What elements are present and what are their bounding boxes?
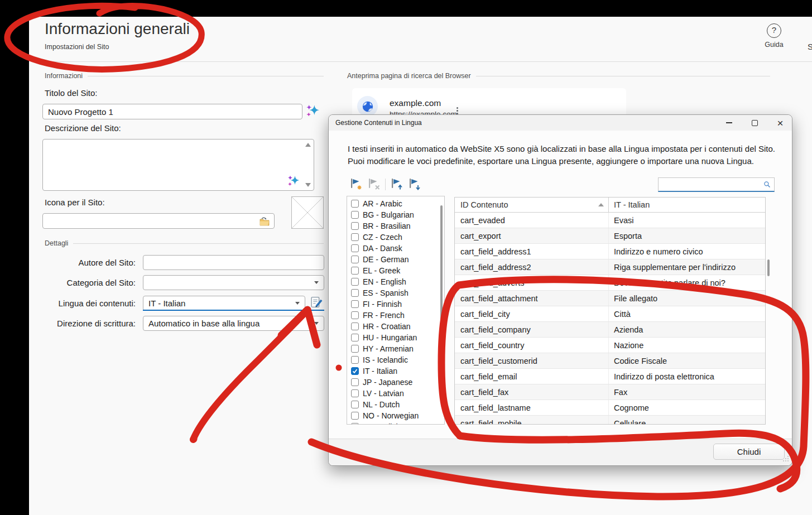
language-list-item[interactable]: HR - Croatian — [347, 321, 444, 332]
language-list-item[interactable]: LV - Latvian — [347, 388, 444, 399]
table-row[interactable]: cart_field_address2 Riga supplementare p… — [455, 259, 765, 275]
scroll-up-icon[interactable] — [305, 143, 311, 147]
translation-cell: Codice Fiscale — [608, 353, 765, 368]
language-list-item[interactable]: BR - Brasilian — [347, 220, 444, 232]
language-list-item[interactable]: FI - Finnish — [347, 299, 444, 310]
site-title-input[interactable] — [42, 104, 302, 119]
language-checkbox[interactable] — [351, 412, 359, 420]
table-row[interactable]: cart_evaded Evasi — [455, 213, 765, 228]
language-list-item[interactable]: NO - Norwegian — [347, 410, 444, 421]
language-list-item[interactable]: IS - Icelandic — [347, 354, 444, 365]
minimize-button[interactable] — [723, 117, 735, 128]
language-list-item[interactable]: FR - French — [347, 310, 444, 321]
table-row[interactable]: cart_field_company Azienda — [455, 322, 765, 338]
group-browser-preview: Anteprima pagina di ricerca del Browser — [347, 72, 770, 80]
language-search-box[interactable] — [658, 177, 775, 192]
language-label: IT - Italian — [363, 367, 397, 376]
dialog-footer: Chiudi — [329, 439, 792, 465]
language-list-item[interactable]: NL - Dutch — [347, 399, 444, 410]
edit-language-content-button[interactable] — [310, 296, 324, 310]
site-category-select[interactable] — [143, 275, 324, 290]
language-checkbox[interactable] — [351, 311, 359, 319]
language-content-dialog: Gestione Contenuti in Lingua I testi ins… — [328, 114, 792, 466]
scroll-down-icon[interactable] — [305, 183, 311, 187]
search-input[interactable] — [659, 178, 763, 191]
language-checkbox[interactable] — [351, 222, 359, 230]
language-label: DA - Dansk — [363, 244, 402, 253]
language-checkbox[interactable] — [351, 267, 359, 275]
language-checkbox[interactable] — [351, 356, 359, 364]
language-checkbox[interactable] — [351, 345, 359, 353]
language-checkbox[interactable] — [351, 367, 359, 375]
language-checkbox[interactable] — [351, 200, 359, 208]
language-checkbox[interactable] — [351, 244, 359, 252]
column-header-id[interactable]: ID Contenuto — [455, 200, 608, 209]
language-checkbox[interactable] — [351, 334, 359, 341]
content-language-select[interactable]: IT - Italian — [143, 296, 305, 311]
table-row[interactable]: cart_field_adverts Dove hai sentito parl… — [455, 275, 765, 291]
language-checkbox[interactable] — [351, 323, 359, 330]
folder-open-icon[interactable] — [259, 216, 270, 227]
language-checkbox[interactable] — [351, 289, 359, 297]
writing-direction-label: Direzione di scrittura: — [29, 319, 136, 328]
language-checkbox[interactable] — [351, 278, 359, 286]
help-button[interactable]: Guida — [756, 23, 792, 51]
list-scrollbar-thumb[interactable] — [440, 205, 443, 339]
language-list-item[interactable]: EL - Greek — [347, 265, 444, 276]
column-header-language[interactable]: IT - Italian — [608, 198, 765, 212]
maximize-button[interactable] — [748, 117, 761, 128]
close-window-button[interactable] — [774, 117, 786, 128]
chevron-down-icon — [295, 302, 300, 305]
content-id-cell: cart_field_fax — [455, 388, 608, 397]
export-language-button[interactable] — [390, 177, 403, 191]
language-list-item[interactable]: JP - Japanese — [347, 377, 444, 388]
language-checkbox[interactable] — [351, 389, 359, 397]
table-row[interactable]: cart_field_lastname Cognome — [455, 400, 765, 416]
language-list-item[interactable]: HY - Armenian — [347, 343, 444, 354]
language-list-item[interactable]: IT - Italian — [347, 365, 444, 377]
chevron-down-icon — [314, 322, 319, 325]
table-header: ID Contenuto IT - Italian — [455, 198, 765, 213]
close-dialog-button[interactable]: Chiudi — [713, 444, 785, 460]
import-language-button[interactable] — [408, 177, 421, 191]
language-checkbox[interactable] — [351, 401, 359, 408]
language-checkbox[interactable] — [351, 256, 359, 263]
table-scrollbar-thumb[interactable] — [767, 259, 770, 276]
language-list-item[interactable]: ES - Spanish — [347, 287, 444, 299]
remove-language-button[interactable] — [367, 177, 381, 191]
add-language-button[interactable] — [349, 177, 363, 191]
table-row[interactable]: cart_field_customerid Codice Fiscale — [455, 353, 765, 369]
site-author-input[interactable] — [143, 255, 324, 270]
table-row[interactable]: cart_field_city Città — [455, 306, 765, 322]
resize-grip-icon[interactable] — [782, 455, 790, 463]
site-description-textarea[interactable] — [42, 139, 314, 191]
table-row[interactable]: cart_field_mobile Cellulare — [455, 416, 765, 425]
language-list-item[interactable]: DE - German — [347, 254, 444, 265]
language-checkbox[interactable] — [351, 233, 359, 241]
language-checkbox[interactable] — [351, 300, 359, 308]
table-row[interactable]: cart_field_email Indirizzo di posta elet… — [455, 369, 765, 384]
site-icon-input[interactable] — [42, 213, 275, 229]
language-list-item[interactable]: DA - Dansk — [347, 243, 444, 254]
language-list-item[interactable]: EN - English — [347, 276, 444, 287]
language-list-item[interactable]: PL - Polish — [347, 421, 444, 425]
clipped-right-label: S — [808, 42, 812, 51]
ai-sparkle-button[interactable] — [305, 104, 320, 119]
content-id-cell: cart_field_country — [455, 341, 608, 350]
table-row[interactable]: cart_field_country Nazione — [455, 338, 765, 353]
language-list-item[interactable]: HU - Hungarian — [347, 332, 444, 343]
table-row[interactable]: cart_export Esporta — [455, 228, 765, 244]
empty-image-placeholder-icon — [292, 197, 323, 228]
table-row[interactable]: cart_field_attachment File allegato — [455, 291, 765, 306]
language-list-item[interactable]: BG - Bulgarian — [347, 209, 444, 220]
language-checkbox[interactable] — [351, 378, 359, 386]
language-list-item[interactable]: AR - Arabic — [347, 198, 444, 209]
dialog-titlebar[interactable]: Gestione Contenuti in Lingua — [329, 115, 792, 131]
table-row[interactable]: cart_field_fax Fax — [455, 384, 765, 400]
language-checkbox[interactable] — [351, 211, 359, 219]
language-list-item[interactable]: CZ - Czech — [347, 232, 444, 243]
writing-direction-select[interactable]: Automatico in base alla lingua — [143, 316, 324, 331]
ai-sparkle-button-description[interactable] — [287, 175, 300, 188]
table-row[interactable]: cart_field_address1 Indirizzo e numero c… — [455, 244, 765, 259]
language-checkbox[interactable] — [351, 423, 359, 425]
